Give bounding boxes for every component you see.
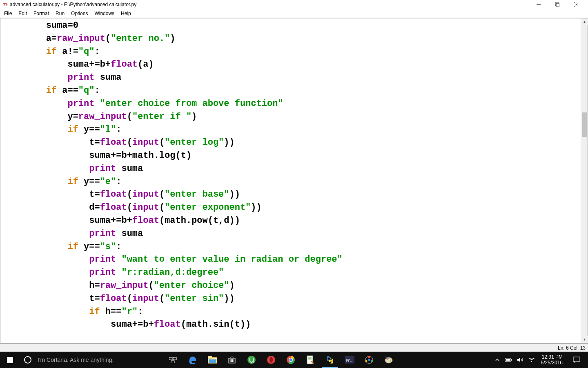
taskbar-apps: py_ <box>163 352 399 368</box>
menu-options[interactable]: Options <box>68 10 91 17</box>
clock-date: 5/25/2016 <box>541 360 563 366</box>
titlebar: Tk advanced calculator.py - E:\Python\ad… <box>0 0 588 9</box>
svg-point-36 <box>390 359 391 360</box>
cursor-position: Ln: 6 Col: 13 <box>558 345 586 351</box>
opera-icon[interactable] <box>261 352 281 368</box>
volume-icon[interactable] <box>517 357 524 363</box>
chrome-app-icon[interactable] <box>359 352 379 368</box>
chrome-icon[interactable] <box>281 352 301 368</box>
svg-rect-14 <box>231 361 232 362</box>
svg-rect-9 <box>208 356 212 358</box>
svg-point-29 <box>368 356 370 358</box>
battery-icon[interactable] <box>505 358 512 362</box>
menu-run[interactable]: Run <box>52 10 68 17</box>
task-view-icon[interactable] <box>163 352 183 368</box>
code-content[interactable]: suma=0 a=raw_input("enter no.") if a!="q… <box>3 19 578 331</box>
scroll-down-icon[interactable]: ▼ <box>581 336 588 343</box>
store-icon[interactable] <box>222 352 242 368</box>
maximize-button[interactable] <box>548 0 567 9</box>
cortana-icon[interactable] <box>20 352 36 368</box>
svg-rect-39 <box>511 359 512 361</box>
svg-rect-40 <box>506 359 510 361</box>
svg-point-18 <box>270 357 273 363</box>
menu-edit[interactable]: Edit <box>15 10 30 17</box>
menu-file[interactable]: File <box>1 10 15 17</box>
tray-chevron-icon[interactable] <box>494 358 501 362</box>
svg-rect-42 <box>573 357 580 361</box>
vertical-scrollbar[interactable]: ▲ ▼ <box>581 18 588 343</box>
window-title: advanced calculator.py - E:\Python\advan… <box>10 2 136 7</box>
app-icon: Tk <box>2 2 8 7</box>
svg-rect-6 <box>173 357 176 360</box>
notepadpp-icon[interactable] <box>301 352 320 368</box>
scroll-up-icon[interactable]: ▲ <box>581 18 588 25</box>
menu-help[interactable]: Help <box>118 10 134 17</box>
svg-rect-2 <box>556 3 559 7</box>
statusbar: Ln: 6 Col: 13 <box>0 343 588 352</box>
close-button[interactable] <box>567 0 586 9</box>
wifi-icon[interactable] <box>528 357 535 363</box>
svg-point-21 <box>290 359 292 361</box>
edge-browser-icon[interactable] <box>183 352 203 368</box>
svg-rect-13 <box>232 359 234 361</box>
windows-logo-icon <box>7 357 13 363</box>
menubar: File Edit Format Run Options Windows Hel… <box>0 9 588 18</box>
editor-container: suma=0 a=raw_input("enter no.") if a!="q… <box>0 18 588 343</box>
svg-rect-11 <box>229 358 235 363</box>
file-explorer-icon[interactable] <box>203 352 222 368</box>
menu-windows[interactable]: Windows <box>91 10 118 17</box>
start-button[interactable] <box>0 352 20 368</box>
menu-format[interactable]: Format <box>30 10 52 17</box>
svg-point-31 <box>371 360 373 362</box>
svg-rect-7 <box>171 361 174 363</box>
svg-point-37 <box>390 361 391 362</box>
python-idle-icon[interactable] <box>320 352 340 368</box>
clock-time: 12:31 PM <box>541 354 563 360</box>
svg-point-35 <box>388 358 390 359</box>
paint-icon[interactable] <box>379 352 399 368</box>
terminal-icon[interactable]: py_ <box>340 352 359 368</box>
svg-rect-12 <box>231 359 232 361</box>
svg-point-32 <box>368 359 370 361</box>
svg-point-41 <box>531 361 532 362</box>
window-controls <box>529 0 586 9</box>
taskbar: I'm Cortana. Ask me anything. py_ <box>0 352 588 368</box>
utorrent-icon[interactable] <box>242 352 261 368</box>
action-center-icon[interactable] <box>568 352 585 368</box>
cortana-search-input[interactable]: I'm Cortana. Ask me anything. <box>36 352 158 368</box>
clock[interactable]: 12:31 PM 5/25/2016 <box>539 354 564 366</box>
minimize-button[interactable] <box>529 0 548 9</box>
system-tray: 12:31 PM 5/25/2016 <box>490 352 588 368</box>
code-editor[interactable]: suma=0 a=raw_input("enter no.") if a!="q… <box>0 18 581 343</box>
svg-rect-15 <box>232 361 234 362</box>
svg-point-30 <box>365 360 368 362</box>
scroll-thumb[interactable] <box>582 112 587 137</box>
svg-text:py_: py_ <box>346 358 352 362</box>
svg-rect-5 <box>169 357 172 360</box>
svg-rect-10 <box>209 359 216 363</box>
